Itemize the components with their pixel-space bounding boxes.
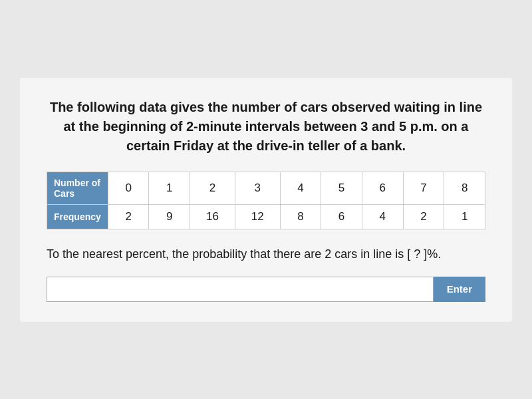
cars-val-3: 3 — [235, 172, 280, 204]
freq-val-7: 2 — [403, 204, 444, 229]
cars-val-6: 6 — [362, 172, 403, 204]
cars-val-0: 0 — [108, 172, 149, 204]
freq-val-1: 9 — [149, 204, 190, 229]
data-table: Number of Cars 0 1 2 3 4 5 6 7 8 Frequen… — [47, 172, 485, 229]
freq-val-2: 16 — [190, 204, 235, 229]
cars-val-8: 8 — [444, 172, 485, 204]
table-row-cars: Number of Cars 0 1 2 3 4 5 6 7 8 — [47, 172, 485, 204]
problem-title: The following data gives the number of c… — [47, 98, 485, 156]
freq-header: Frequency — [47, 204, 108, 229]
table-row-freq: Frequency 2 9 16 12 8 6 4 2 1 — [47, 204, 485, 229]
cars-val-2: 2 — [190, 172, 235, 204]
answer-input[interactable] — [47, 277, 434, 302]
freq-val-6: 4 — [362, 204, 403, 229]
cars-val-5: 5 — [321, 172, 362, 204]
main-card: The following data gives the number of c… — [20, 78, 512, 322]
question-text: To the nearest percent, the probability … — [47, 245, 485, 263]
cars-val-7: 7 — [403, 172, 444, 204]
enter-button[interactable]: Enter — [434, 277, 485, 302]
freq-val-0: 2 — [108, 204, 149, 229]
answer-row: Enter — [47, 277, 485, 302]
cars-val-4: 4 — [280, 172, 321, 204]
freq-val-4: 8 — [280, 204, 321, 229]
freq-val-3: 12 — [235, 204, 280, 229]
data-table-wrapper: Number of Cars 0 1 2 3 4 5 6 7 8 Frequen… — [47, 172, 485, 229]
freq-val-8: 1 — [444, 204, 485, 229]
cars-header: Number of Cars — [47, 172, 108, 204]
freq-val-5: 6 — [321, 204, 362, 229]
cars-val-1: 1 — [149, 172, 190, 204]
